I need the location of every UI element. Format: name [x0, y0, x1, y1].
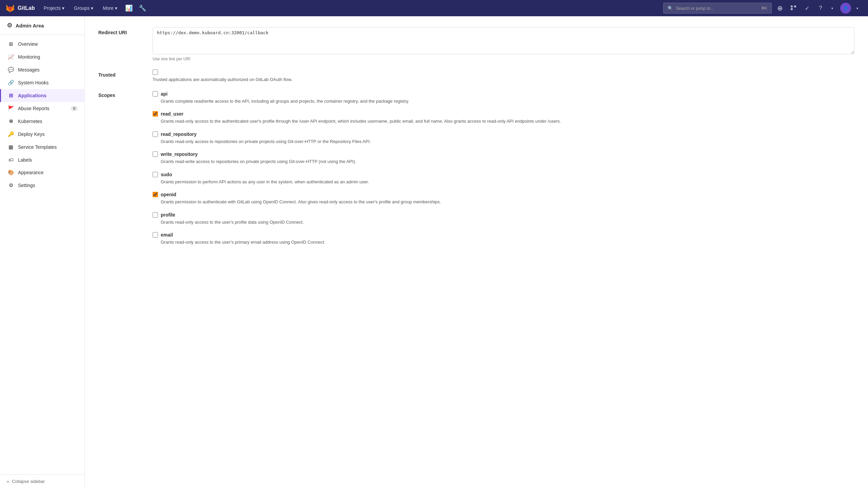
projects-menu[interactable]: Projects ▾ [40, 3, 68, 13]
scope-label-api: api [161, 91, 167, 97]
flag-icon: 🚩 [8, 105, 14, 111]
collapse-label: Collapse sidebar [12, 479, 45, 484]
sidebar-item-labels[interactable]: 🏷 Labels [0, 154, 84, 166]
scope-checkbox-sudo[interactable] [153, 172, 158, 177]
scope-desc-openid: Grants permission to authenticate with G… [161, 199, 854, 205]
scope-checkbox-row-openid: openid [153, 192, 854, 197]
scope-label-write_repository: write_repository [161, 151, 198, 157]
scope-checkbox-openid[interactable] [153, 192, 158, 197]
scope-desc-read_user: Grants read-only access to the authentic… [161, 118, 854, 125]
todos-icon[interactable]: ✓ [802, 3, 812, 14]
new-item-icon[interactable]: ⊕ [774, 3, 785, 14]
help-chevron-icon[interactable]: ▾ [827, 3, 837, 14]
sidebar-item-messages[interactable]: 💬 Messages [0, 63, 84, 76]
scopes-row: Scopes apiGrants complete read/write acc… [98, 91, 854, 252]
sidebar-item-label: Abuse Reports [18, 106, 67, 111]
scope-checkbox-email[interactable] [153, 232, 158, 238]
activity-icon[interactable]: 🔧 [137, 3, 148, 14]
search-shortcut: ⌘K [761, 6, 767, 11]
sidebar-item-label: Labels [18, 157, 78, 163]
sidebar-item-settings[interactable]: ⚙ Settings [0, 179, 84, 192]
kubernetes-icon: ☸ [8, 118, 14, 124]
redirect-uri-content: Use one line per URI [153, 27, 854, 61]
scope-label-email: email [161, 232, 173, 238]
sidebar-item-appearance[interactable]: 🎨 Appearance [0, 166, 84, 179]
scope-desc-api: Grants complete read/write access to the… [161, 98, 854, 105]
hook-icon: 🔗 [8, 80, 14, 86]
sidebar-item-system-hooks[interactable]: 🔗 System Hooks [0, 76, 84, 89]
scope-label-sudo: sudo [161, 172, 172, 177]
logo-text: GitLab [18, 5, 35, 11]
gitlab-logo[interactable]: GitLab [5, 3, 35, 13]
redirect-uri-row: Redirect URI Use one line per URI [98, 27, 854, 61]
scope-desc-write_repository: Grants read-write access to repositories… [161, 158, 854, 165]
sidebar: ⚙ Admin Area ⊞ Overview 📈 Monitoring 💬 M… [0, 16, 85, 488]
monitor-icon: 📈 [8, 54, 14, 60]
collapse-sidebar-button[interactable]: « Collapse sidebar [7, 479, 78, 484]
sidebar-item-label: System Hooks [18, 80, 78, 85]
sidebar-item-abuse-reports[interactable]: 🚩 Abuse Reports 0 [0, 102, 84, 115]
scope-item-email: emailGrants read-only access to the user… [153, 232, 854, 246]
sidebar-item-service-templates[interactable]: ▦ Service Templates [0, 141, 84, 154]
user-avatar[interactable]: 👤 [840, 3, 851, 14]
top-navigation: GitLab Projects ▾ Groups ▾ More ▾ 📊 🔧 🔍 … [0, 0, 868, 16]
merge-requests-icon[interactable] [788, 3, 799, 14]
scope-checkbox-read_repository[interactable] [153, 131, 158, 137]
chat-icon: 💬 [8, 67, 14, 73]
sidebar-navigation: ⊞ Overview 📈 Monitoring 💬 Messages 🔗 Sys… [0, 35, 84, 474]
trusted-content: Trusted applications are automatically a… [153, 69, 854, 83]
redirect-uri-input[interactable] [153, 27, 854, 54]
collapse-icon: « [7, 479, 9, 484]
abuse-reports-badge: 0 [71, 106, 78, 111]
scopes-content: apiGrants complete read/write access to … [153, 91, 854, 252]
groups-menu[interactable]: Groups ▾ [71, 3, 97, 13]
trusted-label: Trusted [98, 69, 153, 78]
sidebar-item-deploy-keys[interactable]: 🔑 Deploy Keys [0, 128, 84, 141]
scope-checkbox-write_repository[interactable] [153, 151, 158, 157]
scope-item-sudo: sudoGrants permission to perform API act… [153, 172, 854, 185]
scope-checkbox-profile[interactable] [153, 212, 158, 218]
chevron-down-icon: ▾ [91, 5, 93, 11]
apps-icon: ⊞ [8, 93, 14, 99]
redirect-uri-hint: Use one line per URI [153, 57, 854, 61]
main-content: Redirect URI Use one line per URI Truste… [85, 16, 868, 488]
scope-label-openid: openid [161, 192, 176, 197]
key-icon: 🔑 [8, 131, 14, 137]
sidebar-item-applications[interactable]: ⊞ Applications [0, 89, 84, 102]
sidebar-item-label: Appearance [18, 170, 78, 175]
sidebar-item-label: Monitoring [18, 54, 78, 60]
scope-checkbox-row-read_repository: read_repository [153, 131, 854, 137]
scope-label-read_repository: read_repository [161, 131, 197, 137]
sidebar-item-label: Kubernetes [18, 119, 78, 124]
trusted-checkbox[interactable] [153, 69, 158, 75]
template-icon: ▦ [8, 144, 14, 150]
scope-checkbox-read_user[interactable] [153, 111, 158, 117]
help-icon[interactable]: ? [815, 3, 826, 14]
gitlab-logo-icon [5, 3, 15, 13]
scope-checkbox-row-profile: profile [153, 212, 854, 218]
scope-desc-read_repository: Grants read-only access to repositories … [161, 138, 854, 145]
scope-item-openid: openidGrants permission to authenticate … [153, 192, 854, 205]
sidebar-item-monitoring[interactable]: 📈 Monitoring [0, 50, 84, 63]
sidebar-footer: « Collapse sidebar [0, 474, 84, 488]
avatar-chevron-icon[interactable]: ▾ [852, 3, 863, 14]
search-bar[interactable]: 🔍 Search or jump to... ⌘K [663, 3, 772, 14]
scope-label-profile: profile [161, 212, 175, 218]
sidebar-item-kubernetes[interactable]: ☸ Kubernetes [0, 115, 84, 128]
sidebar-item-overview[interactable]: ⊞ Overview [0, 38, 84, 50]
analytics-icon[interactable]: 📊 [123, 3, 134, 14]
scope-checkbox-row-read_user: read_user [153, 111, 854, 117]
search-placeholder: Search or jump to... [676, 6, 714, 11]
scope-item-read_user: read_userGrants read-only access to the … [153, 111, 854, 125]
redirect-uri-label: Redirect URI [98, 27, 153, 35]
appearance-icon: 🎨 [8, 169, 14, 176]
scope-desc-profile: Grants read-only access to the user's pr… [161, 219, 854, 226]
settings-icon: ⚙ [8, 182, 14, 188]
trusted-checkbox-row [153, 69, 854, 75]
sidebar-item-label: Settings [18, 183, 78, 188]
scope-item-api: apiGrants complete read/write access to … [153, 91, 854, 105]
page-layout: ⚙ Admin Area ⊞ Overview 📈 Monitoring 💬 M… [0, 16, 868, 488]
more-menu[interactable]: More ▾ [99, 3, 121, 13]
scope-item-read_repository: read_repositoryGrants read-only access t… [153, 131, 854, 145]
scope-checkbox-api[interactable] [153, 91, 158, 97]
